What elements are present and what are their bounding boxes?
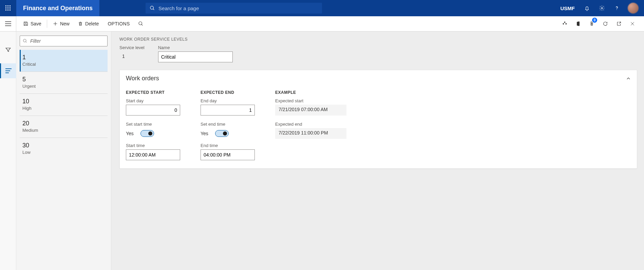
example-expected-end-value: 7/22/2019 11:00:00 PM <box>275 128 346 139</box>
set-end-time-toggle[interactable] <box>215 130 229 137</box>
set-end-time-value: Yes <box>201 131 208 136</box>
list-item-label: Urgent <box>22 84 105 89</box>
global-search-input[interactable] <box>158 5 318 11</box>
end-time-label: End time <box>201 143 255 148</box>
list-pane-button[interactable] <box>0 63 16 78</box>
options-button[interactable]: OPTIONS <box>103 21 134 26</box>
close-icon <box>630 21 635 26</box>
svg-rect-0 <box>5 5 6 6</box>
list-item-low[interactable]: 30 Low <box>20 138 108 160</box>
separator <box>47 20 47 28</box>
actionbar-row: Save New Delete OPTIONS 0 <box>0 16 644 32</box>
app-launcher-button[interactable] <box>0 0 16 16</box>
svg-rect-17 <box>565 23 567 25</box>
delete-button[interactable]: Delete <box>74 16 103 31</box>
expected-start-column: EXPECTED START Start day Set start time … <box>126 90 180 160</box>
company-selector[interactable]: USMF <box>556 5 579 11</box>
svg-line-14 <box>141 24 143 25</box>
list-filter-input[interactable] <box>30 38 105 44</box>
end-day-label: End day <box>201 98 255 103</box>
save-icon <box>23 21 29 26</box>
refresh-button[interactable] <box>599 16 611 31</box>
list-pane: 1 Critical 5 Urgent 10 High 20 Medium 30… <box>16 32 111 270</box>
list-item-medium[interactable]: 20 Medium <box>20 116 108 138</box>
refresh-icon <box>603 21 608 26</box>
list-item-num: 5 <box>22 76 105 83</box>
header-fields: Service level 1 Name <box>119 45 637 62</box>
attachments-button[interactable]: 0 <box>586 16 598 31</box>
set-end-time-label: Set end time <box>201 122 255 127</box>
name-label: Name <box>158 45 233 50</box>
plus-icon <box>53 21 58 26</box>
expected-end-heading: EXPECTED END <box>201 90 255 95</box>
svg-line-19 <box>26 42 27 43</box>
list-item-label: High <box>22 106 105 111</box>
svg-rect-6 <box>5 9 6 11</box>
hamburger-icon <box>5 21 11 26</box>
new-button[interactable]: New <box>49 16 74 31</box>
work-orders-card: Work orders EXPECTED START Start day Set… <box>119 70 637 169</box>
nav-pane-toggle[interactable] <box>0 16 16 31</box>
svg-line-10 <box>153 9 154 10</box>
svg-rect-16 <box>563 23 564 25</box>
new-label: New <box>60 21 70 26</box>
save-button[interactable]: Save <box>19 16 45 31</box>
office-button[interactable] <box>572 16 584 31</box>
svg-rect-5 <box>10 7 11 8</box>
delete-label: Delete <box>85 21 99 26</box>
end-time-input[interactable] <box>201 149 255 160</box>
svg-rect-3 <box>5 7 6 8</box>
user-avatar[interactable] <box>628 3 639 14</box>
waffle-icon <box>5 5 11 11</box>
list-item-label: Medium <box>22 128 105 133</box>
svg-point-18 <box>23 39 26 42</box>
service-level-label: Service level <box>119 45 145 50</box>
notifications-button[interactable] <box>580 0 594 16</box>
detail-pane: WORK ORDER SERVICE LEVELS Service level … <box>111 32 644 270</box>
example-expected-end-label: Expected end <box>275 122 346 127</box>
actionbar: Save New Delete OPTIONS 0 <box>16 16 644 31</box>
list-item-num: 10 <box>22 98 105 105</box>
card-header[interactable]: Work orders <box>120 70 637 87</box>
workspace: 1 Critical 5 Urgent 10 High 20 Medium 30… <box>0 32 644 270</box>
list-item-num: 20 <box>22 120 105 127</box>
svg-rect-15 <box>564 21 566 23</box>
list-item-urgent[interactable]: 5 Urgent <box>20 71 108 94</box>
page-breadcrumb: WORK ORDER SERVICE LEVELS <box>119 37 637 42</box>
expected-start-heading: EXPECTED START <box>126 90 180 95</box>
filter-pane-button[interactable] <box>0 42 16 57</box>
name-input[interactable] <box>158 51 233 62</box>
start-day-label: Start day <box>126 98 180 103</box>
close-button[interactable] <box>626 16 639 31</box>
topbar: Finance and Operations USMF <box>0 0 644 16</box>
example-column: EXAMPLE Expected start 7/21/2019 07:00:0… <box>275 90 346 160</box>
help-button[interactable] <box>610 0 624 16</box>
svg-rect-4 <box>7 7 8 8</box>
set-start-time-label: Set start time <box>126 122 180 127</box>
example-heading: EXAMPLE <box>275 90 346 95</box>
personalize-button[interactable] <box>558 16 571 31</box>
set-start-time-toggle[interactable] <box>140 130 154 137</box>
list-item-label: Critical <box>22 62 105 67</box>
list-item-label: Low <box>22 150 105 155</box>
list-item-high[interactable]: 10 High <box>20 94 108 116</box>
page-search-button[interactable] <box>135 16 147 31</box>
list-filter[interactable] <box>20 36 108 46</box>
end-day-input[interactable] <box>201 105 255 116</box>
svg-rect-7 <box>7 9 8 11</box>
list-item-critical[interactable]: 1 Critical <box>20 50 108 71</box>
svg-point-13 <box>139 22 142 25</box>
settings-button[interactable] <box>595 0 609 16</box>
start-time-input[interactable] <box>126 149 180 160</box>
svg-point-9 <box>150 6 153 9</box>
trash-icon <box>78 21 83 26</box>
app-title: Finance and Operations <box>16 0 99 16</box>
diamonds-icon <box>562 21 567 26</box>
list-item-num: 30 <box>22 142 105 149</box>
start-day-input[interactable] <box>126 105 180 116</box>
popout-button[interactable] <box>613 16 625 31</box>
lines-icon <box>5 68 12 73</box>
search-icon <box>150 5 155 11</box>
global-search[interactable] <box>146 3 322 14</box>
left-rail <box>0 32 16 270</box>
